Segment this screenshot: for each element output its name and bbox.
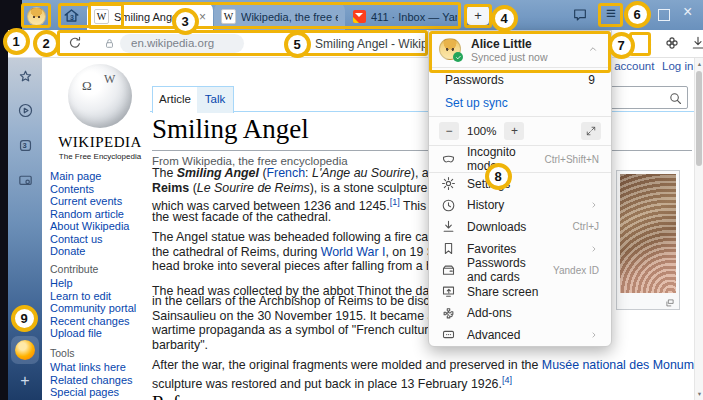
notifications-bubble-icon[interactable] bbox=[572, 7, 588, 23]
menu-item[interactable]: Advanced bbox=[429, 324, 611, 346]
sidebar-add-button[interactable] bbox=[16, 372, 34, 390]
reload-button[interactable] bbox=[67, 35, 83, 51]
text-segment: sculpture was restored and put back in p… bbox=[152, 377, 502, 391]
profile-row[interactable]: Alice Little Synced just now bbox=[429, 31, 611, 67]
wiki-nav-link[interactable]: Current events bbox=[50, 195, 150, 208]
contribute-header: Contribute bbox=[50, 263, 98, 275]
menu-item-incognito[interactable]: Incognito mode Ctrl+Shift+N bbox=[429, 146, 611, 172]
browser-window: 3 W Smiling Angel - Wi W Wikipedia, the … bbox=[0, 0, 703, 400]
text-segment: : bbox=[305, 166, 312, 180]
screen-capture-icon[interactable] bbox=[17, 172, 34, 189]
sync-check-icon bbox=[453, 52, 463, 62]
callout-1: 1 bbox=[3, 28, 30, 55]
wiki-nav-link[interactable]: Donate bbox=[50, 245, 150, 258]
wiki-nav-link[interactable]: Contact us bbox=[50, 233, 150, 246]
tab-list-icon[interactable]: 3 bbox=[17, 137, 34, 154]
menu-item[interactable]: Add-ons bbox=[429, 303, 611, 325]
wiki-nav-main: Main pageContentsCurrent eventsRandom ar… bbox=[50, 170, 150, 258]
text-segment: ( bbox=[259, 166, 267, 180]
wiki-nav-link[interactable]: Recent changes bbox=[50, 315, 150, 328]
wikipedia-wordmark[interactable]: WIKIPEDIA bbox=[42, 134, 158, 151]
search-icon[interactable] bbox=[668, 91, 683, 106]
wiki-nav-link[interactable]: About Wikipedia bbox=[50, 220, 150, 233]
wiki-nav-link[interactable]: Community portal bbox=[50, 302, 150, 315]
zoom-out-button[interactable] bbox=[439, 122, 459, 140]
globe-glyph: Ω bbox=[82, 78, 92, 94]
wiki-nav-link[interactable]: Help bbox=[50, 277, 150, 290]
extensions-clover-icon[interactable] bbox=[664, 35, 680, 51]
set-up-sync-link[interactable]: Set up sync bbox=[429, 92, 611, 116]
scrollbar[interactable] bbox=[694, 58, 703, 400]
favorites-star-icon[interactable] bbox=[17, 68, 34, 85]
tab-close-icon[interactable] bbox=[199, 10, 206, 24]
url-field[interactable]: en.wikipedia.org bbox=[120, 34, 244, 53]
menu-item-icon bbox=[441, 176, 456, 191]
incognito-mask-icon bbox=[441, 152, 456, 167]
menu-item[interactable]: Passwords and cards Yandex ID bbox=[429, 259, 611, 281]
globe-glyph: W bbox=[104, 72, 115, 87]
fullscreen-button[interactable] bbox=[581, 122, 601, 140]
menu-item[interactable]: Share screen bbox=[429, 281, 611, 303]
menu-item-label: Passwords and cards bbox=[467, 256, 542, 284]
text-segment: After the war, the original fragments we… bbox=[152, 358, 542, 372]
menu-item-icon bbox=[441, 198, 456, 213]
sync-status: Synced just now bbox=[471, 51, 547, 63]
address-bar-page-title[interactable]: Smiling Angel - Wikipedi bbox=[315, 37, 444, 51]
new-tab-button[interactable] bbox=[467, 6, 489, 25]
menu-item[interactable]: History bbox=[429, 195, 611, 217]
callout-6: 6 bbox=[624, 1, 651, 28]
menu-item-icon bbox=[441, 241, 456, 256]
wiki-nav-link[interactable]: Special pages bbox=[50, 386, 150, 399]
article-thumbnail[interactable] bbox=[616, 170, 680, 310]
browser-menu-button[interactable] bbox=[601, 4, 621, 24]
smiling-angel-photo[interactable] bbox=[620, 174, 676, 293]
tab-talk[interactable]: Talk bbox=[197, 86, 234, 113]
collapse-chevron-icon[interactable] bbox=[587, 43, 599, 55]
yandex-browser-button[interactable] bbox=[11, 336, 39, 364]
scroll-up-icon[interactable] bbox=[695, 59, 703, 69]
wikipedia-globe-logo[interactable]: Ω W bbox=[68, 64, 132, 128]
tab-count: 3 bbox=[23, 141, 27, 150]
text-segment: the cathedral of Reims, during bbox=[152, 245, 321, 259]
tab-wikipedia-home[interactable]: W Wikipedia, the free encyclo bbox=[214, 3, 345, 30]
paragraph: The head was collected by the abbot Thin… bbox=[152, 280, 694, 353]
text-segment: Smiling Angel bbox=[177, 166, 259, 180]
text-segment: ( bbox=[189, 181, 197, 195]
https-lock-icon[interactable] bbox=[103, 37, 116, 50]
home-button[interactable]: 3 bbox=[62, 6, 86, 25]
user-avatar-icon bbox=[27, 7, 46, 26]
passwords-row[interactable]: Passwords 9 bbox=[429, 68, 611, 92]
yandex-logo-icon bbox=[15, 340, 35, 360]
wiki-nav-link[interactable]: Main page bbox=[50, 170, 150, 183]
menu-item[interactable]: Settings bbox=[429, 173, 611, 195]
wiki-nav-link[interactable]: Related changes bbox=[50, 374, 150, 387]
submenu-chevron-icon bbox=[589, 200, 599, 210]
zoom-in-button[interactable] bbox=[504, 122, 524, 140]
wiki-nav-link[interactable]: Upload file bbox=[50, 327, 150, 340]
tab-title: 411 · Inbox — Yandex Mail bbox=[371, 11, 457, 23]
profile-avatar-button[interactable] bbox=[25, 6, 47, 26]
wiki-nav-link[interactable]: Random article bbox=[50, 208, 150, 221]
wiki-nav-link[interactable]: Contents bbox=[50, 183, 150, 196]
scrollbar-thumb[interactable] bbox=[696, 71, 702, 166]
downloads-toolbar-icon[interactable] bbox=[690, 35, 703, 51]
menu-item[interactable]: Downloads Ctrl+J bbox=[429, 216, 611, 238]
scroll-down-icon[interactable] bbox=[695, 389, 703, 399]
menu-item-label: Advanced bbox=[467, 328, 578, 342]
paragraph: After the war, the original fragments we… bbox=[152, 358, 694, 387]
log-in-link[interactable]: Log in bbox=[662, 60, 693, 72]
thumbnail-enlarge-icon[interactable] bbox=[665, 298, 675, 308]
wiki-nav-tools: What links hereRelated changesSpecial pa… bbox=[50, 361, 150, 399]
menu-item-icon bbox=[441, 327, 456, 342]
media-play-icon[interactable] bbox=[17, 102, 34, 119]
wiki-nav-link[interactable]: What links here bbox=[50, 361, 150, 374]
toolbar-more-button[interactable] bbox=[643, 34, 657, 54]
tab-article[interactable]: Article bbox=[152, 86, 198, 113]
wiki-nav-contribute: HelpLearn to editCommunity portalRecent … bbox=[50, 277, 150, 340]
browser-sidebar: 3 bbox=[8, 58, 42, 400]
wiki-nav-link[interactable]: Learn to edit bbox=[50, 290, 150, 303]
maximize-button[interactable] bbox=[658, 9, 670, 21]
tab-yandex-mail[interactable]: 411 · Inbox — Yandex Mail bbox=[346, 3, 464, 30]
close-window-button[interactable] bbox=[683, 3, 692, 21]
article-body: The Smiling Angel (French: L'Ange au Sou… bbox=[152, 166, 694, 393]
